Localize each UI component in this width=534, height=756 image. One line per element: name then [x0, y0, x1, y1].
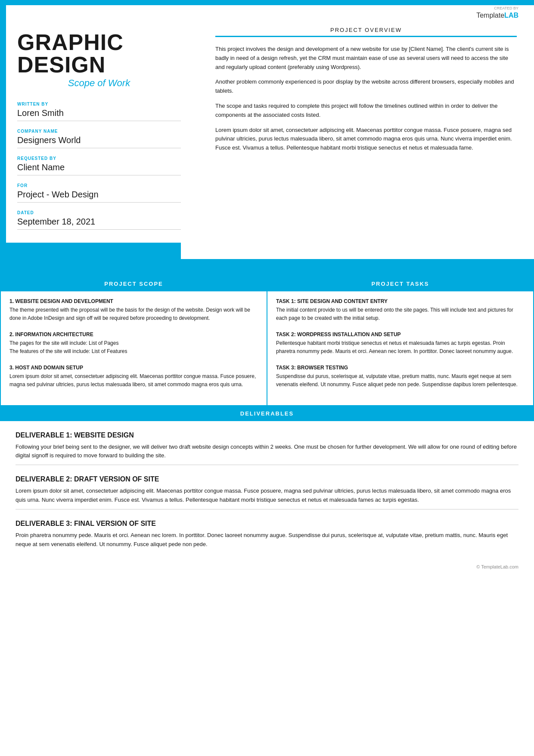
overview-p4: Lorem ipsum dolor sit amet, consectetuer…	[215, 126, 517, 153]
scope-item-1-text: The theme presented with the proposal wi…	[9, 306, 258, 322]
dated-value: September 18, 2021	[17, 217, 181, 230]
deliverable-2-title: DELIVERABLE 2: DRAFT VERSION OF SITE	[16, 475, 518, 483]
overview-divider	[215, 36, 517, 37]
task-item-3: TASK 3: BROWSER TESTING Suspendisse dui …	[276, 365, 525, 388]
logo-name: TemplateLAB	[476, 13, 518, 19]
task-item-1-title: TASK 1: SITE DESIGN AND CONTENT ENTRY	[276, 298, 525, 304]
subtitle: Scope of Work	[17, 78, 181, 89]
deliverable-3: DELIVERABLE 3: FINAL VERSION OF SITE Pro…	[16, 520, 518, 553]
company-name-value: Designers World	[17, 135, 181, 148]
overview-p2: Another problem commonly experienced is …	[215, 78, 517, 96]
scope-item-3: 3. HOST AND DOMAIN SETUP Lorem ipsum dol…	[9, 365, 258, 388]
scope-item-3-text: Lorem ipsum dolor sit amet, consectetuer…	[9, 372, 258, 388]
main-top-section: GRAPHIC DESIGN Scope of Work WRITTEN BY …	[0, 5, 534, 259]
overview-p3: The scope and tasks required to complete…	[215, 102, 517, 120]
company-name-label: COMPANY NAME	[17, 129, 181, 134]
deliverables-header: DELIVERABLES	[0, 406, 534, 421]
scope-content: 1. WEBSITE DESIGN AND DEVELOPMENT The th…	[1, 291, 267, 405]
scope-item-1-title: 1. WEBSITE DESIGN AND DEVELOPMENT	[9, 298, 258, 304]
deliverables-section: DELIVERABLE 1: WEBSITE DESIGN Following …	[0, 431, 534, 553]
task-item-3-title: TASK 3: BROWSER TESTING	[276, 365, 525, 371]
left-column: GRAPHIC DESIGN Scope of Work WRITTEN BY …	[0, 5, 198, 259]
deliverable-3-title: DELIVERABLE 3: FINAL VERSION OF SITE	[16, 520, 518, 528]
footer: © TemplateLab.com	[0, 557, 534, 576]
task-item-3-text: Suspendisse dui purus, scelerisque at, v…	[276, 372, 525, 388]
company-name-group: COMPANY NAME Designers World	[17, 129, 181, 148]
task-item-2: TASK 2: WORDPRESS INSTALLATION AND SETUP…	[276, 331, 525, 355]
right-column: PROJECT OVERVIEW This project involves t…	[198, 5, 534, 259]
for-group: FOR Project - Web Design	[17, 183, 181, 203]
scope-header: PROJECT SCOPE	[1, 276, 267, 291]
deliverable-2-text: Lorem ipsum dolor sit amet, consectetuer…	[16, 487, 518, 505]
task-item-1-text: The initial content provide to us will b…	[276, 306, 525, 322]
deliverable-1-text: Following your brief being sent to the d…	[16, 443, 518, 461]
logo-created-by: CREATED BY	[476, 6, 518, 11]
tasks-content: TASK 1: SITE DESIGN AND CONTENT ENTRY Th…	[267, 291, 533, 405]
deliverable-1: DELIVERABLE 1: WEBSITE DESIGN Following …	[16, 431, 518, 465]
dated-label: DATED	[17, 210, 181, 215]
scope-item-2: 2. INFORMATION ARCHITECTURE The pages fo…	[9, 331, 258, 355]
task-item-2-text: Pellentesque habitant morbi tristique se…	[276, 339, 525, 355]
left-bottom-blue-bar	[0, 243, 181, 259]
scope-tasks-container: PROJECT SCOPE 1. WEBSITE DESIGN AND DEVE…	[0, 275, 534, 406]
deliverable-2: DELIVERABLE 2: DRAFT VERSION OF SITE Lor…	[16, 475, 518, 509]
left-blue-bar	[0, 5, 6, 259]
scope-item-2-text: The pages for the site will include: Lis…	[9, 339, 258, 355]
for-value: Project - Web Design	[17, 190, 181, 203]
scope-item-3-title: 3. HOST AND DOMAIN SETUP	[9, 365, 258, 371]
tasks-header: PROJECT TASKS	[267, 276, 533, 291]
overview-text: This project involves the design and dev…	[215, 45, 517, 153]
scope-item-1: 1. WEBSITE DESIGN AND DEVELOPMENT The th…	[9, 298, 258, 322]
task-item-1: TASK 1: SITE DESIGN AND CONTENT ENTRY Th…	[276, 298, 525, 322]
for-label: FOR	[17, 183, 181, 188]
project-scope-col: PROJECT SCOPE 1. WEBSITE DESIGN AND DEVE…	[0, 275, 267, 406]
written-by-label: WRITTEN BY	[17, 102, 181, 106]
written-by-value: Loren Smith	[17, 108, 181, 121]
deliverable-3-text: Proin pharetra nonummy pede. Mauris et o…	[16, 531, 518, 549]
written-by-group: WRITTEN BY Loren Smith	[17, 102, 181, 121]
deliverables-wrapper: DELIVERABLES DELIVERABLE 1: WEBSITE DESI…	[0, 406, 534, 553]
deliverable-1-title: DELIVERABLE 1: WEBSITE DESIGN	[16, 431, 518, 439]
top-bar	[0, 0, 534, 5]
dated-group: DATED September 18, 2021	[17, 210, 181, 230]
project-overview-title: PROJECT OVERVIEW	[215, 27, 517, 33]
logo-area: CREATED BY TemplateLAB	[476, 6, 518, 20]
project-tasks-col: PROJECT TASKS TASK 1: SITE DESIGN AND CO…	[267, 275, 534, 406]
overview-p1: This project involves the design and dev…	[215, 45, 517, 72]
full-blue-banner	[0, 259, 534, 275]
requested-by-label: REQUESTED BY	[17, 156, 181, 161]
main-title: GRAPHIC DESIGN	[17, 31, 181, 76]
footer-text: © TemplateLab.com	[476, 564, 518, 569]
task-item-2-title: TASK 2: WORDPRESS INSTALLATION AND SETUP	[276, 331, 525, 337]
requested-by-value: Client Name	[17, 162, 181, 175]
requested-by-group: REQUESTED BY Client Name	[17, 156, 181, 175]
scope-item-2-title: 2. INFORMATION ARCHITECTURE	[9, 331, 258, 337]
